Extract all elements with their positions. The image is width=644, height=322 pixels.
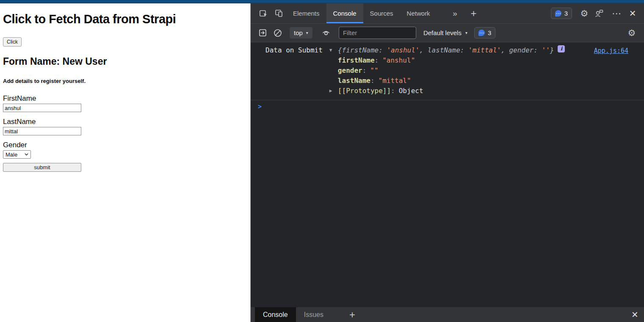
last-name-label: LastName xyxy=(3,118,246,126)
more-tabs-icon[interactable]: » xyxy=(448,3,462,23)
console-message: Data on Submit ▼ {firstName: 'anshul', l… xyxy=(251,42,644,100)
console-toolbar: top ▾ Default levels ▾ 3 ⚙ xyxy=(251,24,644,42)
add-tab-icon[interactable]: + xyxy=(467,3,481,23)
preview-text: {firstName: xyxy=(338,46,387,54)
property-key: gender xyxy=(338,66,362,74)
log-levels-label: Default levels xyxy=(423,29,462,36)
preview-string: 'anshul' xyxy=(387,46,419,54)
key-value-separator: : xyxy=(370,77,375,85)
prototype-row: ▶ [[Prototype]]:Object xyxy=(329,86,565,96)
form-title: Form Name: New User xyxy=(3,56,246,67)
drawer-tab-issues[interactable]: Issues xyxy=(296,307,332,322)
object-property-row: gender:"" xyxy=(329,66,565,76)
console-output: Data on Submit ▼ {firstName: 'anshul', l… xyxy=(251,42,644,307)
prototype-key: [[Prototype]] xyxy=(338,86,391,96)
collapse-triangle-icon[interactable]: ▼ xyxy=(329,45,338,55)
property-value: "mittal" xyxy=(379,77,411,85)
gender-label: Gender xyxy=(3,141,246,149)
web-page: Click to Fetch Data from Strapi Click Fo… xyxy=(0,3,251,322)
info-badge-icon[interactable]: i xyxy=(558,45,565,52)
console-object-root: ▼ {firstName: 'anshul', lastName: 'mitta… xyxy=(329,45,565,55)
more-options-icon[interactable]: ⋯ xyxy=(609,3,624,23)
issues-counter-button[interactable]: 3 xyxy=(474,27,495,39)
page-title: Click to Fetch Data from Strapi xyxy=(3,12,246,26)
select-arrow-icon xyxy=(25,153,28,156)
feedback-icon[interactable] xyxy=(591,3,607,23)
prompt-chevron-icon: > xyxy=(258,102,262,112)
tab-elements[interactable]: Elements xyxy=(286,3,326,23)
log-levels-selector[interactable]: Default levels ▾ xyxy=(423,29,467,36)
execution-context-selector[interactable]: top ▾ xyxy=(290,27,312,39)
issues-bubble-icon xyxy=(478,30,485,36)
chevron-down-icon: ▾ xyxy=(306,30,308,35)
key-value-separator: : xyxy=(375,56,379,64)
first-name-input[interactable] xyxy=(3,104,81,112)
object-property-row: firstName:"anshul" xyxy=(329,55,565,66)
object-preview: {firstName: 'anshul', lastName: 'mittal'… xyxy=(338,45,554,55)
tab-console[interactable]: Console xyxy=(326,3,363,23)
console-prompt[interactable]: > xyxy=(251,100,644,113)
drawer-close-icon[interactable]: × xyxy=(632,307,638,322)
console-message-line: Data on Submit ▼ {firstName: 'anshul', l… xyxy=(265,45,629,96)
key-value-separator: : xyxy=(391,86,395,96)
preview-text: , gender: xyxy=(501,46,542,54)
console-log-text: Data on Submit xyxy=(265,45,323,55)
preview-string: '' xyxy=(542,46,550,54)
live-expression-eye-icon[interactable] xyxy=(318,28,334,38)
devtools-tabbar: Elements Console Sources Network » + 3 ⚙… xyxy=(251,3,644,24)
preview-string: 'mittal' xyxy=(468,46,501,54)
close-devtools-icon[interactable]: × xyxy=(625,3,640,23)
settings-gear-icon[interactable]: ⚙ xyxy=(577,3,591,23)
expand-triangle-icon[interactable]: ▶ xyxy=(329,86,338,96)
drawer-tab-console[interactable]: Console xyxy=(255,307,296,322)
object-children: firstName:"anshul" gender:"" lastName:"m… xyxy=(329,55,565,96)
console-settings-gear-icon[interactable]: ⚙ xyxy=(625,28,639,38)
last-name-input[interactable] xyxy=(3,127,81,135)
property-key: firstName xyxy=(338,56,375,64)
gender-selected-value: Male xyxy=(6,151,17,158)
gender-select[interactable]: Male xyxy=(3,150,31,159)
fetch-data-button[interactable]: Click xyxy=(3,37,22,47)
devtools-panel: Elements Console Sources Network » + 3 ⚙… xyxy=(251,3,644,322)
console-sidebar-icon[interactable] xyxy=(255,28,270,37)
submit-button[interactable]: submit xyxy=(3,163,81,172)
drawer-tabbar: Console Issues + × xyxy=(251,307,644,322)
console-filter-input[interactable] xyxy=(339,27,416,39)
device-toolbar-icon[interactable] xyxy=(271,3,286,23)
tabbar-spacer xyxy=(481,3,551,23)
inspect-element-icon[interactable] xyxy=(256,3,271,23)
context-selected-value: top xyxy=(294,29,303,36)
clear-console-icon[interactable] xyxy=(270,28,285,38)
issues-count: 3 xyxy=(488,29,491,36)
chevron-down-icon: ▾ xyxy=(465,30,467,35)
key-value-separator: : xyxy=(362,66,367,74)
form-subtitle: Add details to register yourself. xyxy=(3,78,246,84)
drawer-add-tab-icon[interactable]: + xyxy=(349,307,355,322)
object-property-row: lastName:"mittal" xyxy=(329,76,565,86)
issues-count: 3 xyxy=(564,10,568,17)
tab-sources[interactable]: Sources xyxy=(363,3,400,23)
window-titlebar xyxy=(0,0,644,3)
preview-text: } xyxy=(550,46,554,54)
prototype-value[interactable]: Object xyxy=(399,86,423,96)
issues-bubble-icon xyxy=(555,10,561,17)
property-value: "anshul" xyxy=(382,56,415,64)
property-value: "" xyxy=(370,66,378,74)
source-location-link[interactable]: App.js:64 xyxy=(594,46,628,56)
first-name-label: FirstName xyxy=(3,94,246,103)
tab-network[interactable]: Network xyxy=(400,3,437,23)
preview-text: , lastName: xyxy=(420,46,469,54)
issues-counter-button[interactable]: 3 xyxy=(551,8,572,19)
property-key: lastName xyxy=(338,77,370,85)
console-object: ▼ {firstName: 'anshul', lastName: 'mitta… xyxy=(329,45,565,96)
